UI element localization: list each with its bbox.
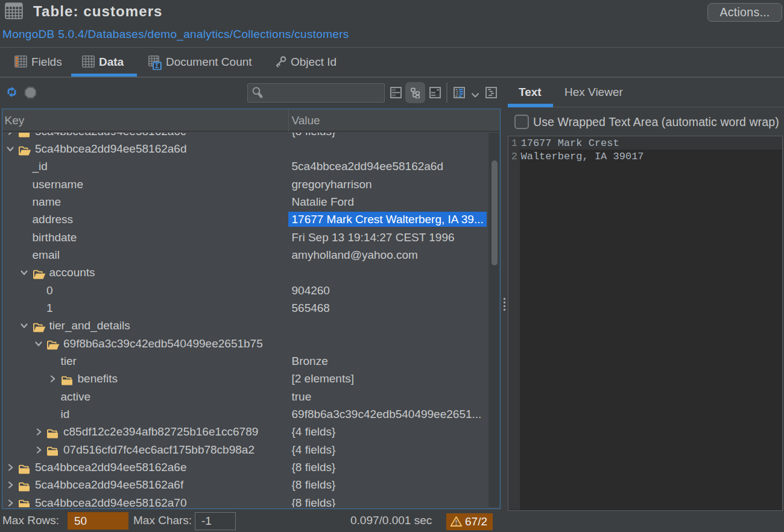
svg-text:Σ: Σ — [155, 62, 159, 69]
